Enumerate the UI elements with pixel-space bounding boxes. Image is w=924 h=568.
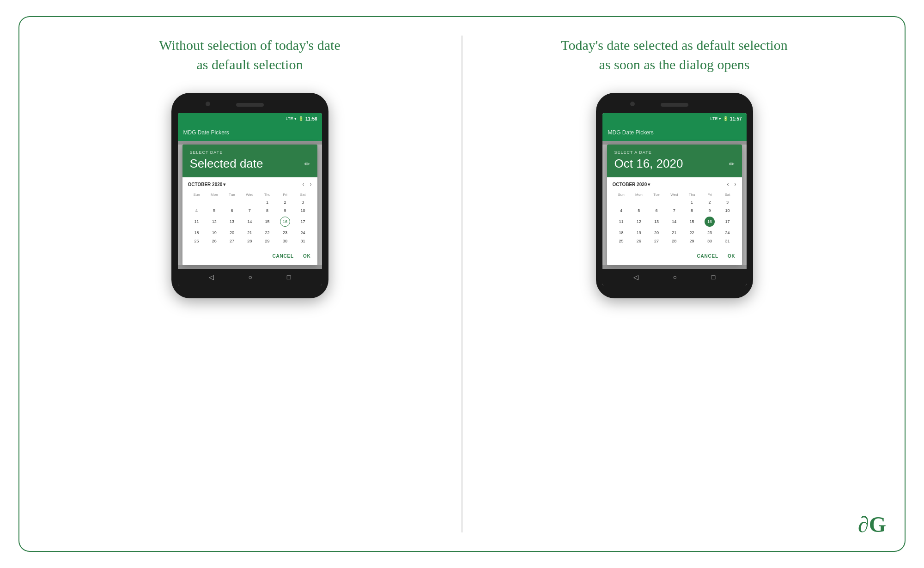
table-row[interactable]: 20	[223, 229, 241, 237]
table-row[interactable]: 17	[294, 215, 311, 229]
back-icon-right[interactable]: ◁	[633, 273, 638, 281]
table-row[interactable]: 15	[683, 215, 701, 229]
home-icon-right[interactable]: ○	[673, 273, 677, 281]
table-row[interactable]: 12	[206, 215, 223, 229]
table-row[interactable]: 28	[665, 237, 683, 245]
table-row[interactable]: 22	[259, 229, 276, 237]
ok-button-left[interactable]: OK	[302, 252, 312, 260]
col-thu: Thu	[259, 191, 276, 198]
recents-icon-left[interactable]: □	[287, 273, 291, 281]
table-row[interactable]: 27	[648, 237, 665, 245]
table-row[interactable]: 23	[701, 229, 719, 237]
table-row[interactable]: 6	[223, 206, 241, 215]
table-row[interactable]: 18	[613, 229, 630, 237]
table-row[interactable]: 21	[665, 229, 683, 237]
table-row[interactable]: 9	[701, 206, 719, 215]
speaker-icon-left	[236, 103, 264, 107]
table-row[interactable]: 9	[276, 206, 294, 215]
table-row[interactable]: 11	[188, 215, 206, 229]
table-row[interactable]: 30	[276, 237, 294, 245]
table-row[interactable]: 19	[630, 229, 648, 237]
table-row[interactable]: 16	[701, 215, 719, 229]
table-row[interactable]: 17	[718, 215, 736, 229]
battery-icon-right: 🔋	[723, 116, 728, 121]
app-title-right: MDG Date Pickers	[608, 129, 654, 136]
table-row[interactable]: 30	[701, 237, 719, 245]
table-row[interactable]: 28	[241, 237, 258, 245]
cancel-button-left[interactable]: CANCEL	[271, 252, 294, 260]
edit-icon-left[interactable]: ✏	[304, 160, 310, 168]
next-month-right[interactable]: ›	[735, 181, 736, 187]
status-bar-right: LTE ▾ 🔋 11:57	[602, 113, 747, 124]
table-row[interactable]: 24	[718, 229, 736, 237]
table-row[interactable]: 11	[613, 215, 630, 229]
cancel-button-right[interactable]: CANCEL	[696, 252, 719, 260]
prev-month-left[interactable]: ‹	[303, 181, 304, 187]
table-row[interactable]: 24	[294, 229, 311, 237]
table-row[interactable]: 3	[718, 198, 736, 206]
main-container: Without selection of today's dateas defa…	[18, 16, 906, 552]
table-row[interactable]: 7	[665, 206, 683, 215]
table-row[interactable]: 3	[294, 198, 311, 206]
calendar-left: OCTOBER 2020 ▾ ‹ ›	[182, 177, 317, 249]
table-row[interactable]: 21	[241, 229, 258, 237]
table-row	[241, 198, 258, 206]
table-row[interactable]: 27	[223, 237, 241, 245]
nav-bar-left: ◁ ○ □	[178, 269, 322, 285]
dialog-actions-right: CANCEL OK	[607, 249, 742, 265]
table-row[interactable]: 2	[701, 198, 719, 206]
edit-icon-right[interactable]: ✏	[729, 160, 735, 168]
table-row[interactable]: 4	[188, 206, 206, 215]
table-row[interactable]: 31	[718, 237, 736, 245]
table-row[interactable]: 8	[683, 206, 701, 215]
recents-icon-right[interactable]: □	[711, 273, 715, 281]
nav-bar-right: ◁ ○ □	[602, 269, 747, 285]
table-row[interactable]: 26	[630, 237, 648, 245]
home-icon-left[interactable]: ○	[249, 273, 252, 281]
dialog-right: SELECT A DATE Oct 16, 2020 ✏ OCTOBER 202…	[607, 145, 742, 265]
dialog-date-left: Selected date ✏	[190, 157, 310, 171]
col-tue: Tue	[223, 191, 241, 198]
back-icon-left[interactable]: ◁	[209, 273, 214, 281]
table-row[interactable]: 22	[683, 229, 701, 237]
table-row[interactable]: 14	[665, 215, 683, 229]
table-row[interactable]: 26	[206, 237, 223, 245]
table-row[interactable]: 13	[648, 215, 665, 229]
dialog-overlay-right: SELECT A DATE Oct 16, 2020 ✏ OCTOBER 202…	[602, 141, 747, 269]
table-row[interactable]: 10	[294, 206, 311, 215]
table-row[interactable]: 6	[648, 206, 665, 215]
phone-right: LTE ▾ 🔋 11:57 MDG Date Pickers SELEC	[596, 93, 753, 298]
col-wed-r: Wed	[665, 191, 683, 198]
table-row[interactable]: 14	[241, 215, 258, 229]
prev-month-right[interactable]: ‹	[727, 181, 729, 187]
table-row[interactable]: 29	[683, 237, 701, 245]
table-row[interactable]: 13	[223, 215, 241, 229]
table-row[interactable]: 19	[206, 229, 223, 237]
table-row[interactable]: 25	[613, 237, 630, 245]
table-row[interactable]: 20	[648, 229, 665, 237]
ok-button-right[interactable]: OK	[727, 252, 736, 260]
table-row[interactable]: 10	[718, 206, 736, 215]
signal-icon: LTE ▾	[286, 116, 297, 121]
table-row[interactable]: 29	[259, 237, 276, 245]
table-row[interactable]: 4	[613, 206, 630, 215]
table-row[interactable]: 5	[630, 206, 648, 215]
table-row[interactable]: 8	[259, 206, 276, 215]
table-row[interactable]: 7	[241, 206, 258, 215]
table-row[interactable]: 23	[276, 229, 294, 237]
table-row[interactable]: 16	[276, 215, 294, 229]
table-row[interactable]: 25	[188, 237, 206, 245]
time-left: 11:56	[305, 116, 317, 121]
table-row[interactable]: 5	[206, 206, 223, 215]
cal-grid-right: Sun Mon Tue Wed Thu Fri Sat	[613, 191, 736, 245]
dialog-left: SELECT DATE Selected date ✏ OCTOBER 2020	[182, 145, 317, 265]
table-row[interactable]: 15	[259, 215, 276, 229]
table-row[interactable]: 1	[259, 198, 276, 206]
next-month-left[interactable]: ›	[310, 181, 312, 187]
table-row[interactable]: 12	[630, 215, 648, 229]
table-row[interactable]: 18	[188, 229, 206, 237]
table-row[interactable]: 31	[294, 237, 311, 245]
table-row[interactable]: 1	[683, 198, 701, 206]
dialog-overlay-left: SELECT DATE Selected date ✏ OCTOBER 2020	[178, 141, 322, 269]
table-row[interactable]: 2	[276, 198, 294, 206]
